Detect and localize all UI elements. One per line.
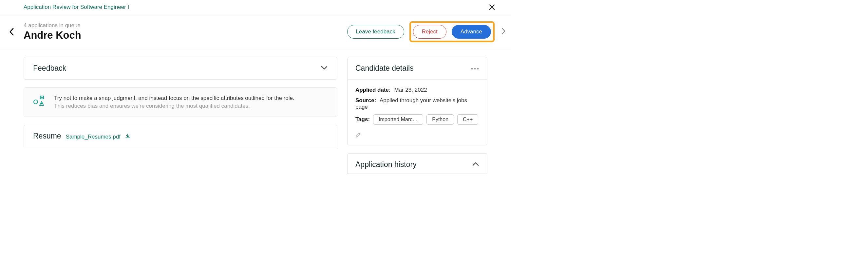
info-line-1: Try not to make a snap judgment, and ins… bbox=[54, 95, 294, 101]
header-text: 4 applications in queue Andre Koch bbox=[24, 22, 347, 41]
svg-point-5 bbox=[41, 104, 42, 105]
svg-point-7 bbox=[474, 68, 476, 69]
right-column: Candidate details Applied date: Mar 23, … bbox=[347, 57, 487, 174]
tags-row: Tags: Imported Marc… Python C++ bbox=[355, 114, 479, 125]
candidate-details-header: Candidate details bbox=[347, 57, 487, 80]
candidate-details-card: Candidate details Applied date: Mar 23, … bbox=[347, 57, 487, 145]
svg-point-3 bbox=[34, 100, 38, 104]
candidate-details-body: Applied date: Mar 23, 2022 Source: Appli… bbox=[347, 80, 487, 145]
tag-item[interactable]: Imported Marc… bbox=[373, 114, 423, 125]
content: Feedback Try not to make a sn bbox=[0, 49, 511, 174]
svg-point-8 bbox=[477, 68, 479, 69]
feedback-card: Feedback bbox=[24, 57, 337, 80]
application-history-card: Application history bbox=[347, 153, 487, 174]
shapes-icon bbox=[33, 95, 45, 108]
advance-button[interactable]: Advance bbox=[452, 25, 491, 39]
header: 4 applications in queue Andre Koch Leave… bbox=[0, 16, 511, 49]
application-history-header[interactable]: Application history bbox=[347, 154, 487, 174]
decision-buttons-highlight: Reject Advance bbox=[409, 21, 495, 42]
close-icon[interactable] bbox=[489, 4, 495, 10]
chevron-up-icon[interactable] bbox=[472, 162, 479, 168]
feedback-title: Feedback bbox=[33, 64, 66, 73]
edit-tags-icon[interactable] bbox=[355, 132, 361, 138]
leave-feedback-button[interactable]: Leave feedback bbox=[347, 25, 404, 39]
applied-date-label: Applied date: bbox=[355, 87, 391, 93]
top-bar: Application Review for Software Engineer… bbox=[0, 0, 511, 16]
tag-item[interactable]: C++ bbox=[457, 114, 478, 125]
candidate-details-title: Candidate details bbox=[355, 64, 414, 73]
chevron-down-icon[interactable] bbox=[321, 65, 328, 71]
svg-point-6 bbox=[471, 68, 473, 69]
resume-row: Resume Sample_Resumes.pdf bbox=[33, 132, 328, 141]
source-label: Source: bbox=[355, 97, 376, 103]
candidate-name: Andre Koch bbox=[24, 29, 347, 41]
source-row: Source: Applied through your website's j… bbox=[355, 97, 479, 111]
header-actions: Leave feedback Reject Advance bbox=[347, 21, 508, 42]
resume-card: Resume Sample_Resumes.pdf bbox=[24, 125, 337, 147]
info-line-2: This reduces bias and ensures we're cons… bbox=[54, 103, 294, 110]
bias-info-banner: Try not to make a snap judgment, and ins… bbox=[24, 87, 337, 117]
applied-date-row: Applied date: Mar 23, 2022 bbox=[355, 87, 479, 93]
more-options-icon[interactable] bbox=[471, 65, 479, 71]
applied-date-value: Mar 23, 2022 bbox=[394, 87, 427, 93]
previous-candidate-button[interactable] bbox=[0, 27, 24, 36]
resume-file-link[interactable]: Sample_Resumes.pdf bbox=[66, 134, 121, 140]
tags-label: Tags: bbox=[355, 116, 370, 123]
info-text: Try not to make a snap judgment, and ins… bbox=[54, 95, 294, 110]
download-icon[interactable] bbox=[125, 133, 130, 138]
page-title: Application Review for Software Engineer… bbox=[24, 4, 129, 10]
left-column: Feedback Try not to make a sn bbox=[24, 57, 337, 147]
queue-count-label: 4 applications in queue bbox=[24, 22, 347, 29]
feedback-card-header[interactable]: Feedback bbox=[24, 57, 337, 79]
resume-title: Resume bbox=[33, 132, 61, 141]
application-history-title: Application history bbox=[355, 160, 416, 169]
next-candidate-button[interactable] bbox=[500, 27, 508, 36]
reject-button[interactable]: Reject bbox=[413, 25, 446, 39]
tag-item[interactable]: Python bbox=[427, 114, 454, 125]
